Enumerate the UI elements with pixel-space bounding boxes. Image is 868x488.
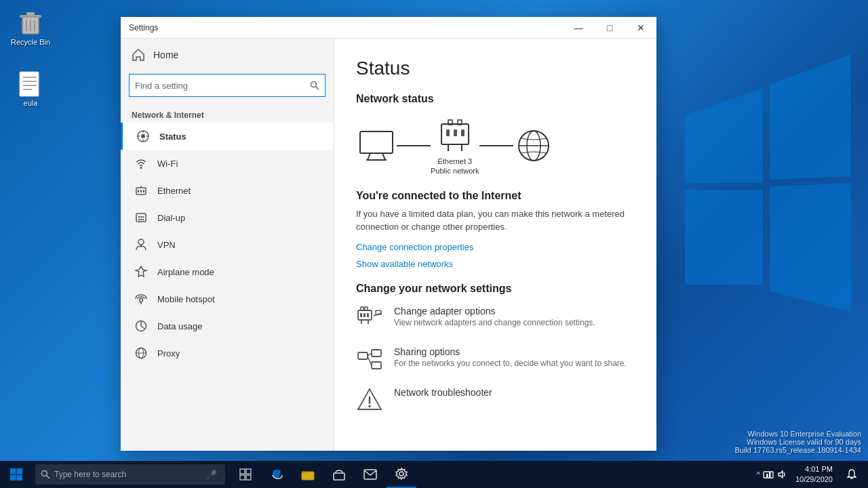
svg-rect-44 — [360, 131, 393, 153]
svg-rect-10 — [20, 72, 39, 96]
taskbar-search[interactable]: 🎤 — [35, 464, 225, 485]
adapter-options[interactable]: Change adapter options View network adap… — [356, 306, 635, 333]
net-line-2 — [479, 145, 513, 146]
vpn-icon — [132, 238, 151, 251]
settings-window: Settings — □ ✕ Home — [121, 17, 656, 451]
sharing-icon — [356, 346, 383, 373]
svg-rect-26 — [138, 190, 139, 192]
status-icon — [134, 129, 153, 143]
home-label: Home — [153, 49, 178, 60]
minimize-button[interactable]: — — [563, 17, 594, 39]
volume-icon[interactable] — [776, 470, 787, 479]
svg-point-23 — [140, 167, 142, 169]
settings-button[interactable] — [387, 461, 416, 488]
dialup-label: Dial-up — [157, 213, 185, 223]
svg-point-32 — [142, 216, 144, 218]
svg-point-35 — [142, 219, 144, 220]
desktop-icon-recycle-bin[interactable]: Recycle Bin — [7, 7, 54, 49]
svg-line-73 — [368, 357, 372, 365]
windows-logo-background — [678, 20, 854, 413]
svg-rect-85 — [240, 475, 245, 480]
svg-line-45 — [368, 153, 370, 160]
adapter-opt-desc: View network adapters and change connect… — [394, 318, 595, 327]
svg-marker-0 — [685, 88, 763, 183]
adapter-opt-title: Change adapter options — [394, 306, 595, 317]
recycle-bin-icon — [17, 9, 44, 37]
svg-rect-55 — [461, 129, 465, 136]
sidebar-home[interactable]: Home — [121, 39, 334, 71]
change-properties-link[interactable]: Change connection properties — [356, 242, 635, 252]
datausage-icon — [132, 319, 151, 333]
svg-rect-70 — [372, 350, 381, 357]
internet-icon-wrap — [513, 125, 554, 166]
sidebar-item-proxy[interactable]: Proxy — [121, 340, 334, 367]
svg-point-30 — [138, 216, 140, 218]
sharing-opt-desc: For the networks you connect to, decide … — [394, 359, 627, 368]
svg-rect-65 — [363, 313, 366, 317]
taskbar: 🎤 — [0, 461, 868, 488]
sharing-opt-text: Sharing options For the networks you con… — [394, 346, 627, 368]
svg-rect-64 — [360, 313, 362, 317]
svg-point-90 — [399, 472, 403, 476]
sharing-options[interactable]: Sharing options For the networks you con… — [356, 346, 635, 373]
sidebar-item-hotspot[interactable]: Mobile hotspot — [121, 285, 334, 312]
sidebar-item-datausage[interactable]: Data usage — [121, 312, 334, 340]
sidebar-item-dialup[interactable]: Dial-up — [121, 204, 334, 231]
settings-main: Status Network status — [334, 39, 656, 451]
wifi-label: Wi-Fi — [157, 159, 178, 169]
svg-line-16 — [316, 87, 319, 90]
svg-rect-27 — [140, 190, 142, 192]
sidebar-item-vpn[interactable]: VPN — [121, 231, 334, 258]
ethernet-adapter-icon — [435, 116, 475, 157]
svg-rect-88 — [334, 473, 344, 480]
adapter-icon — [356, 306, 383, 333]
sidebar-item-wifi[interactable]: Wi-Fi — [121, 150, 334, 177]
sidebar-item-airplane[interactable]: Airplane mode — [121, 258, 334, 285]
home-icon — [132, 48, 145, 62]
show-networks-link[interactable]: Show available networks — [356, 259, 635, 269]
chevron-up-icon[interactable]: ^ — [757, 470, 760, 479]
network-tray-icon[interactable] — [763, 470, 774, 479]
svg-rect-54 — [454, 129, 457, 136]
computer-icon — [356, 125, 397, 166]
desktop-icon-eula[interactable]: eula — [7, 68, 54, 110]
taskbar-clock[interactable]: 4:01 PM 10/29/2020 — [790, 464, 838, 485]
mail-button[interactable] — [355, 461, 385, 488]
svg-rect-69 — [358, 352, 368, 359]
sidebar-item-ethernet[interactable]: Ethernet — [121, 177, 334, 204]
svg-rect-61 — [365, 307, 368, 310]
connection-status-title: You're connected to the Internet — [356, 190, 635, 202]
svg-line-46 — [382, 153, 385, 160]
svg-rect-78 — [17, 468, 23, 474]
maximize-button[interactable]: □ — [594, 17, 625, 39]
eula-icon — [17, 70, 44, 98]
close-button[interactable]: ✕ — [625, 17, 656, 39]
sidebar-item-status[interactable]: Status — [121, 123, 334, 150]
adapter-label: Ethernet 3 Public network — [431, 157, 479, 176]
hotspot-icon — [132, 292, 151, 306]
svg-marker-1 — [770, 54, 851, 180]
notification-button[interactable] — [841, 461, 863, 488]
taskbar-search-input[interactable] — [54, 470, 203, 479]
computer-icon-wrap — [356, 125, 397, 166]
taskbar-app-icons — [231, 461, 416, 488]
status-label: Status — [159, 131, 186, 142]
eula-label: eula — [24, 99, 38, 108]
edge-button[interactable] — [262, 461, 292, 488]
system-icons: ^ — [757, 470, 787, 479]
troubleshooter-option[interactable]: Network troubleshooter — [356, 387, 635, 414]
find-setting-container — [129, 74, 326, 97]
explorer-button[interactable] — [293, 461, 323, 488]
svg-marker-3 — [770, 183, 851, 312]
svg-rect-89 — [364, 470, 376, 479]
svg-point-18 — [141, 134, 145, 138]
change-network-title: Change your network settings — [356, 283, 635, 295]
svg-rect-28 — [143, 190, 144, 192]
troubleshooter-icon — [356, 387, 383, 414]
taskview-button[interactable] — [231, 461, 260, 488]
start-button[interactable] — [0, 461, 33, 488]
svg-line-82 — [47, 476, 50, 479]
store-button[interactable] — [324, 461, 354, 488]
find-setting-input[interactable] — [135, 81, 310, 91]
svg-point-81 — [42, 471, 47, 476]
